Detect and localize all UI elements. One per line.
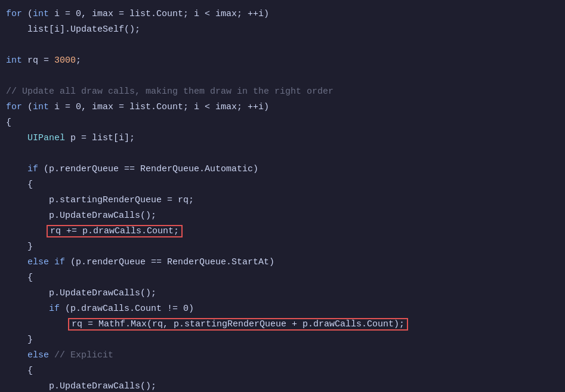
line-text-17: else if (p.renderQueue == RenderQueue.St… — [0, 257, 274, 267]
code-line-11: if (p.renderQueue == RenderQueue.Automat… — [0, 161, 565, 177]
line-text-10 — [0, 149, 11, 159]
highlight-box-2: rq = Mathf.Max(rq, p.startingRenderQueue… — [68, 318, 408, 331]
code-line-3 — [0, 37, 565, 53]
code-line-23: else // Explicit — [0, 347, 565, 363]
line-text-24: { — [0, 366, 33, 376]
line-text-15: rq += p.drawCalls.Count; — [0, 225, 183, 237]
line-text-20: if (p.drawCalls.Count != 0) — [0, 304, 194, 314]
code-line-10 — [0, 146, 565, 161]
code-line-17: else if (p.renderQueue == RenderQueue.St… — [0, 254, 565, 270]
code-line-4: int rq = 3000; — [0, 53, 565, 68]
line-text-5 — [0, 71, 11, 81]
code-line-2: list[i].UpdateSelf(); — [0, 21, 565, 37]
code-line-24: { — [0, 363, 565, 378]
line-text-23: else // Explicit — [0, 350, 113, 360]
code-line-9: UIPanel p = list[i]; — [0, 130, 565, 146]
code-line-21: rq = Mathf.Max(rq, p.startingRenderQueue… — [0, 316, 565, 332]
code-line-5 — [0, 68, 565, 84]
line-text-9: UIPanel p = list[i]; — [0, 133, 135, 143]
line-text-4: int rq = 3000; — [0, 55, 81, 66]
line-text-11: if (p.renderQueue == RenderQueue.Automat… — [0, 164, 258, 174]
line-text-1: for (int i = 0, imax = list.Count; i < i… — [0, 9, 269, 19]
line-text-16: } — [0, 242, 33, 252]
code-line-6: // Update all draw calls, making them dr… — [0, 84, 565, 99]
code-line-14: p.UpdateDrawCalls(); — [0, 208, 565, 223]
line-text-8: { — [0, 118, 11, 128]
line-text-12: { — [0, 180, 33, 190]
line-text-7: for (int i = 0, imax = list.Count; i < i… — [0, 102, 269, 112]
line-text-18: { — [0, 273, 33, 283]
line-text-14: p.UpdateDrawCalls(); — [0, 211, 156, 221]
code-line-8: { — [0, 115, 565, 130]
line-text-3 — [0, 40, 11, 50]
line-text-25: p.UpdateDrawCalls(); — [0, 381, 156, 391]
code-line-1: for (int i = 0, imax = list.Count; i < i… — [0, 6, 565, 21]
code-line-15: rq += p.drawCalls.Count; — [0, 223, 565, 239]
line-text-22: } — [0, 335, 33, 345]
code-editor: for (int i = 0, imax = list.Count; i < i… — [0, 0, 565, 392]
code-line-13: p.startingRenderQueue = rq; — [0, 192, 565, 208]
line-text-13: p.startingRenderQueue = rq; — [0, 195, 194, 205]
code-line-16: } — [0, 239, 565, 254]
line-text-2: list[i].UpdateSelf(); — [0, 24, 140, 35]
code-line-20: if (p.drawCalls.Count != 0) — [0, 301, 565, 316]
code-line-18: { — [0, 270, 565, 285]
code-line-7: for (int i = 0, imax = list.Count; i < i… — [0, 99, 565, 115]
code-line-25: p.UpdateDrawCalls(); — [0, 378, 565, 392]
code-line-22: } — [0, 332, 565, 347]
code-line-12: { — [0, 177, 565, 192]
code-line-19: p.UpdateDrawCalls(); — [0, 285, 565, 301]
line-text-19: p.UpdateDrawCalls(); — [0, 288, 156, 298]
highlight-box-1: rq += p.drawCalls.Count; — [47, 225, 183, 237]
line-text-21: rq = Mathf.Max(rq, p.startingRenderQueue… — [0, 318, 408, 331]
line-text-6: // Update all draw calls, making them dr… — [0, 87, 334, 97]
